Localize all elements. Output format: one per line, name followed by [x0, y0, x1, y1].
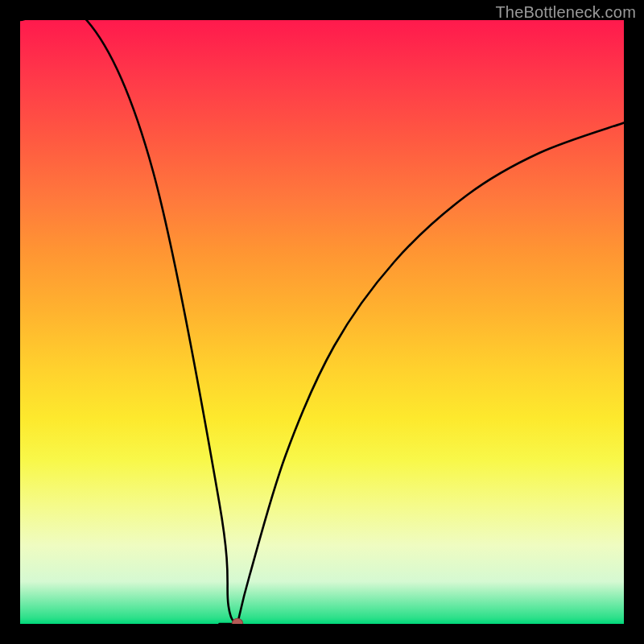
watermark-text: TheBottleneck.com — [495, 3, 636, 22]
curve-left-branch — [20, 20, 237, 624]
curve-right-branch — [237, 123, 624, 625]
chart-frame: TheBottleneck.com — [0, 0, 644, 644]
chart-svg — [20, 20, 624, 624]
curve-group — [20, 20, 624, 624]
minimum-marker — [232, 618, 242, 624]
